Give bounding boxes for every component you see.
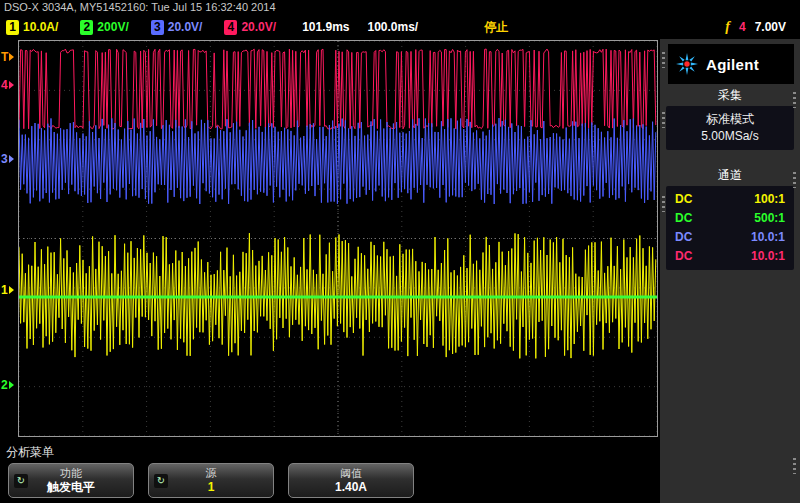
scroll-indicator	[793, 172, 796, 188]
timebase-readout[interactable]: 100.0ms/	[368, 20, 419, 34]
channel-3-coupling: DC	[675, 228, 692, 247]
scroll-indicator	[793, 92, 796, 108]
cycle-icon: ↻	[14, 474, 28, 488]
channel-1-coupling: DC	[675, 190, 692, 209]
waveform-canvas	[19, 41, 657, 436]
softkey-function-label: 功能	[60, 467, 82, 480]
scroll-indicator	[662, 196, 665, 212]
channel-3-scale: 20.0V/	[168, 20, 203, 34]
run-state-indicator[interactable]: 停止	[484, 19, 508, 36]
channel-1-badge: 1	[6, 20, 19, 35]
softkey-menu-area: 分析菜单 ↻ 功能 触发电平 ↻ 源 1 阈值 1.40A	[0, 440, 660, 503]
channel-3-ground-marker: 3	[1, 151, 14, 167]
softkey-source[interactable]: ↻ 源 1	[148, 463, 274, 498]
channel-2-probe: 500:1	[754, 209, 785, 228]
sample-rate: 5.00MSa/s	[666, 128, 794, 145]
channel-3-probe: 10.0:1	[751, 228, 785, 247]
sidebar: Agilent 采集 标准模式 5.00MSa/s 通道 DC 100:1 DC…	[660, 39, 800, 503]
channel-4-row[interactable]: DC 10.0:1	[675, 247, 785, 266]
status-bar: 1 10.0A/ 2 200V/ 3 20.0V/ 4 20.0V/ 101.9…	[0, 15, 800, 39]
acquisition-mode: 标准模式	[666, 111, 794, 128]
channel-2-coupling: DC	[675, 209, 692, 228]
softkey-source-label: 源	[206, 467, 217, 480]
channel-4-ground-marker: 4	[1, 77, 14, 93]
channel-3-row[interactable]: DC 10.0:1	[675, 228, 785, 247]
brand-name: Agilent	[706, 56, 759, 73]
channel-1-status[interactable]: 1 10.0A/	[6, 20, 58, 35]
cycle-icon: ↻	[154, 474, 168, 488]
agilent-logo: Agilent	[668, 44, 794, 84]
channels-section-header: 通道	[660, 164, 800, 186]
channel-2-row[interactable]: DC 500:1	[675, 209, 785, 228]
menu-title: 分析菜单	[0, 440, 660, 461]
softkey-threshold-label: 阈值	[340, 467, 362, 480]
agilent-spark-icon	[675, 52, 699, 76]
channel-1-ground-marker: 1	[1, 282, 14, 298]
softkey-function-value: 触发电平	[47, 480, 95, 495]
marker-arrow-icon	[9, 286, 14, 294]
channel-4-probe: 10.0:1	[751, 247, 785, 266]
channel-2-badge: 2	[80, 20, 93, 35]
trigger-source: 4	[739, 20, 746, 34]
channel-3-status[interactable]: 3 20.0V/	[151, 20, 203, 35]
channel-4-status[interactable]: 4 20.0V/	[224, 20, 276, 35]
softkey-source-value: 1	[208, 480, 215, 495]
channel-2-status[interactable]: 2 200V/	[80, 20, 128, 35]
scope-display-area: T 4 3 1 2	[0, 39, 660, 440]
marker-arrow-icon	[9, 381, 14, 389]
channel-3-wave	[19, 118, 656, 204]
channel-2-ground-marker: 2	[1, 377, 14, 393]
channel-1-probe: 100:1	[754, 190, 785, 209]
channel-1-row[interactable]: DC 100:1	[675, 190, 785, 209]
channel-4-badge: 4	[224, 20, 237, 35]
scroll-indicator	[662, 112, 665, 128]
scroll-indicator	[793, 458, 796, 474]
channels-panel: DC 100:1 DC 500:1 DC 10.0:1 DC 10.0:1	[666, 186, 794, 270]
channel-3-badge: 3	[151, 20, 164, 35]
scroll-indicator	[662, 52, 665, 68]
channel-1-scale: 10.0A/	[23, 20, 58, 34]
trigger-level-marker: T	[1, 49, 14, 65]
waveform-graticule	[18, 40, 658, 437]
softkey-row: ↻ 功能 触发电平 ↻ 源 1 阈值 1.40A	[8, 463, 414, 498]
channel-4-scale: 20.0V/	[241, 20, 276, 34]
channel-4-wave	[19, 49, 656, 129]
trigger-edge-icon: f	[725, 19, 730, 35]
trigger-status[interactable]: f 4 7.00V	[725, 19, 794, 35]
acquisition-panel[interactable]: 标准模式 5.00MSa/s	[666, 106, 794, 150]
softkey-function[interactable]: ↻ 功能 触发电平	[8, 463, 134, 498]
softkey-threshold[interactable]: 阈值 1.40A	[288, 463, 414, 498]
marker-arrow-icon	[9, 81, 14, 89]
channel-4-coupling: DC	[675, 247, 692, 266]
window-title: DSO-X 3034A, MY51452160: Tue Jul 15 16:3…	[0, 0, 800, 15]
acquisition-section-header: 采集	[660, 84, 800, 106]
marker-arrow-icon	[9, 155, 14, 163]
trigger-level: 7.00V	[755, 20, 786, 34]
delay-readout[interactable]: 101.9ms	[302, 20, 349, 34]
softkey-threshold-value: 1.40A	[335, 480, 367, 495]
channel-2-scale: 200V/	[97, 20, 128, 34]
marker-arrow-icon	[9, 53, 14, 61]
